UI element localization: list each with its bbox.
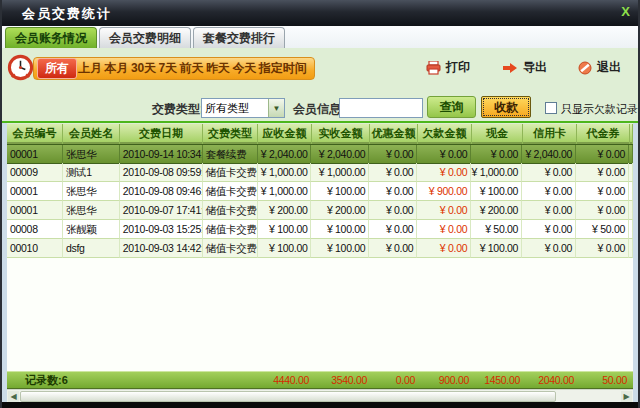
cell-cash: ¥ 50.00 — [471, 220, 522, 239]
horizontal-scrollbar: ◀ ▶ — [7, 389, 633, 402]
print-button[interactable]: 打印 — [426, 59, 470, 76]
total-cash: 1450.00 — [472, 372, 523, 388]
cell-pay-date: 2010-09-07 17:41:1 — [120, 201, 203, 220]
summary-bar: 记录数:6 4440.00 3540.00 0.00 900.00 1450.0… — [7, 371, 633, 389]
exit-label: 退出 — [597, 59, 621, 76]
tab-package-ranking[interactable]: 套餐交费排行 — [193, 27, 285, 48]
cell-arrears: ¥ 0.00 — [417, 239, 471, 258]
table-row[interactable]: 00001 张思华 2010-09-08 09:46:5 储值卡交费 ¥ 1,0… — [7, 182, 633, 201]
cell-credit-card: ¥ 2,040.00 — [522, 145, 576, 164]
cell-voucher: ¥ 0.00 — [576, 182, 629, 201]
cell-arrears: ¥ 0.00 — [417, 201, 471, 220]
close-icon[interactable]: X — [621, 4, 630, 19]
cell-received: ¥ 200.00 — [311, 201, 369, 220]
total-arrears: 900.00 — [418, 372, 472, 388]
col-discount[interactable]: 优惠金额 — [370, 124, 418, 144]
arrears-only-checkbox[interactable] — [545, 102, 557, 114]
cell-cash: ¥ 100.00 — [471, 239, 522, 258]
cell-member-name: dsfg — [63, 239, 120, 258]
cell-arrears: ¥ 0.00 — [417, 163, 471, 182]
col-cash[interactable]: 现金 — [472, 124, 523, 144]
table-row[interactable]: 00001 张思华 2010-09-07 17:41:1 储值卡交费 ¥ 200… — [7, 201, 633, 220]
arrears-only-label: 只显示欠款记录 — [561, 102, 638, 117]
range-yesterday[interactable]: 昨天 — [206, 60, 230, 77]
cell-pay-date: 2010-09-08 09:46:5 — [120, 182, 203, 201]
cell-operator: ad — [629, 239, 633, 258]
scrollbar-thumb[interactable] — [20, 391, 556, 402]
exit-button[interactable]: 退出 — [578, 59, 621, 76]
cell-operator: ad — [629, 220, 633, 239]
cell-receivable: ¥ 1,000.00 — [258, 182, 312, 201]
scroll-right-arrow-icon[interactable]: ▶ — [621, 391, 632, 402]
col-pay-type[interactable]: 交费类型 — [203, 124, 258, 144]
cell-voucher: ¥ 0.00 — [576, 145, 629, 164]
app-window: 会员交费统计 X 会员账务情况 会员交费明细 套餐交费排行 所有 上月 本月 3… — [0, 0, 640, 408]
col-member-id[interactable]: 会员编号 — [7, 124, 63, 144]
cell-pay-type: 套餐续费 — [203, 145, 258, 164]
cell-discount: ¥ 0.00 — [369, 182, 417, 201]
cell-received: ¥ 100.00 — [311, 220, 369, 239]
table-row[interactable]: 00008 张靓颖 2010-09-03 15:25:2 储值卡交费 ¥ 100… — [7, 220, 633, 239]
tab-member-accounts[interactable]: 会员账务情况 — [5, 27, 97, 48]
cell-member-id: 00001 — [7, 182, 63, 201]
col-receivable[interactable]: 应收金额 — [258, 124, 312, 144]
member-info-input[interactable] — [339, 98, 423, 118]
col-received[interactable]: 实收金额 — [312, 124, 370, 144]
cell-member-name: 张思华 — [63, 145, 120, 164]
query-button[interactable]: 查询 — [427, 96, 476, 118]
total-received: 3540.00 — [312, 372, 370, 388]
cell-receivable: ¥ 100.00 — [258, 239, 312, 258]
col-operator[interactable] — [630, 124, 633, 144]
cell-pay-date: 2010-09-14 10:34:0 — [120, 145, 203, 164]
cell-receivable: ¥ 1,000.00 — [258, 163, 312, 182]
cell-cash: ¥ 200.00 — [471, 201, 522, 220]
range-day-before[interactable]: 前天 — [180, 60, 204, 77]
payment-type-select[interactable]: 所有类型 ▼ — [201, 98, 285, 118]
range-all-button[interactable]: 所有 — [37, 58, 77, 79]
cell-operator: ad — [629, 145, 633, 164]
cell-voucher: ¥ 0.00 — [576, 239, 629, 258]
range-custom-time[interactable]: 指定时间 — [259, 60, 307, 77]
tab-strip: 会员账务情况 会员交费明细 套餐交费排行 — [2, 26, 638, 48]
print-label: 打印 — [446, 59, 470, 76]
cell-discount: ¥ 0.00 — [369, 220, 417, 239]
range-last-month[interactable]: 上月 — [78, 60, 102, 77]
cell-discount: ¥ 0.00 — [369, 163, 417, 182]
col-pay-date[interactable]: 交费日期 — [120, 124, 203, 144]
cell-received: ¥ 100.00 — [311, 182, 369, 201]
range-today[interactable]: 今天 — [232, 60, 256, 77]
cell-pay-type: 储值卡交费 — [203, 163, 258, 182]
col-arrears[interactable]: 欠款金额 — [418, 124, 472, 144]
export-button[interactable]: 导出 — [502, 59, 547, 76]
cell-voucher: ¥ 0.00 — [576, 163, 629, 182]
total-discount: 0.00 — [370, 372, 418, 388]
title-bar: 会员交费统计 X — [0, 0, 640, 26]
cell-voucher: ¥ 0.00 — [576, 201, 629, 220]
collect-payment-button[interactable]: 收款 — [481, 96, 531, 118]
scroll-left-arrow-icon[interactable]: ◀ — [8, 391, 19, 402]
cell-arrears: ¥ 0.00 — [417, 145, 471, 164]
col-member-name[interactable]: 会员姓名 — [63, 124, 120, 144]
col-voucher[interactable]: 代金券 — [577, 124, 630, 144]
col-credit-card[interactable]: 信用卡 — [523, 124, 577, 144]
tab-payment-details[interactable]: 会员交费明细 — [99, 27, 191, 48]
cell-credit-card: ¥ 0.00 — [522, 201, 576, 220]
table-row[interactable]: 00009 测试1 2010-09-08 09:59:1 储值卡交费 ¥ 1,0… — [7, 163, 633, 182]
table-row[interactable]: 00001 张思华 2010-09-14 10:34:0 套餐续费 ¥ 2,04… — [7, 144, 633, 163]
range-30-days[interactable]: 30天 — [131, 60, 156, 77]
cell-receivable: ¥ 200.00 — [258, 201, 312, 220]
cell-credit-card: ¥ 0.00 — [522, 239, 576, 258]
table-body: 00001 张思华 2010-09-14 10:34:0 套餐续费 ¥ 2,04… — [7, 144, 633, 258]
table-row[interactable]: 00010 dsfg 2010-09-03 14:42:5 储值卡交费 ¥ 10… — [7, 239, 633, 258]
cell-credit-card: ¥ 0.00 — [522, 220, 576, 239]
range-7-days[interactable]: 7天 — [159, 60, 178, 77]
export-arrow-icon — [502, 62, 518, 74]
range-buttons: 上月 本月 30天 7天 前天 昨天 今天 指定时间 — [77, 60, 308, 77]
total-voucher: 50.00 — [577, 372, 630, 388]
payment-type-value: 所有类型 — [202, 101, 268, 116]
cell-pay-type: 储值卡交费 — [203, 220, 258, 239]
total-credit-card: 2040.00 — [523, 372, 577, 388]
range-this-month[interactable]: 本月 — [105, 60, 129, 77]
cell-member-id: 00001 — [7, 145, 63, 164]
cell-pay-date: 2010-09-03 14:42:5 — [120, 239, 203, 258]
